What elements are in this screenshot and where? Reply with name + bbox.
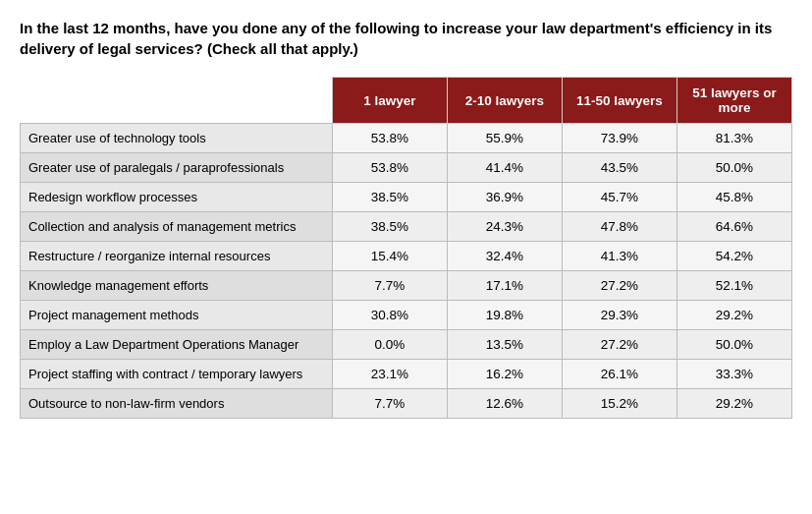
value-cell: 16.2% (447, 360, 562, 389)
col-header-1lawyer: 1 lawyer (332, 78, 447, 124)
value-cell: 32.4% (447, 242, 562, 271)
value-cell: 54.2% (677, 242, 791, 271)
survey-question: In the last 12 months, have you done any… (20, 18, 792, 59)
table-row: Project staffing with contract / tempora… (21, 360, 792, 389)
row-label: Project staffing with contract / tempora… (21, 360, 333, 389)
value-cell: 7.7% (332, 389, 447, 419)
value-cell: 64.6% (677, 212, 791, 242)
value-cell: 73.9% (562, 124, 677, 153)
value-cell: 41.3% (562, 242, 677, 271)
value-cell: 26.1% (562, 360, 677, 389)
table-row: Project management methods30.8%19.8%29.3… (21, 301, 792, 330)
value-cell: 29.2% (677, 389, 791, 419)
value-cell: 41.4% (447, 153, 562, 183)
value-cell: 38.5% (332, 212, 447, 242)
col-header-11-50: 11-50 lawyers (562, 78, 677, 124)
table-row: Employ a Law Department Operations Manag… (21, 330, 792, 360)
value-cell: 15.2% (562, 389, 677, 419)
value-cell: 38.5% (332, 183, 447, 212)
value-cell: 27.2% (562, 330, 677, 360)
table-row: Greater use of technology tools53.8%55.9… (21, 124, 792, 153)
table-row: Redesign workflow processes38.5%36.9%45.… (21, 183, 792, 212)
value-cell: 36.9% (447, 183, 562, 212)
value-cell: 29.2% (677, 301, 791, 330)
row-label: Redesign workflow processes (21, 183, 333, 212)
row-label: Project management methods (21, 301, 333, 330)
value-cell: 15.4% (332, 242, 447, 271)
value-cell: 27.2% (562, 271, 677, 301)
value-cell: 33.3% (677, 360, 791, 389)
row-label: Employ a Law Department Operations Manag… (21, 330, 333, 360)
value-cell: 29.3% (562, 301, 677, 330)
table-row: Restructure / reorganize internal resour… (21, 242, 792, 271)
table-row: Knowledge management efforts7.7%17.1%27.… (21, 271, 792, 301)
col-header-2-10: 2-10 lawyers (447, 78, 562, 124)
value-cell: 0.0% (332, 330, 447, 360)
col-header-51plus: 51 lawyers or more (677, 78, 791, 124)
value-cell: 55.9% (447, 124, 562, 153)
value-cell: 23.1% (332, 360, 447, 389)
value-cell: 52.1% (677, 271, 791, 301)
row-label: Knowledge management efforts (21, 271, 333, 301)
value-cell: 53.8% (332, 124, 447, 153)
value-cell: 50.0% (677, 153, 791, 183)
value-cell: 81.3% (677, 124, 791, 153)
row-label: Greater use of paralegals / paraprofessi… (21, 153, 333, 183)
value-cell: 47.8% (562, 212, 677, 242)
table-row: Greater use of paralegals / paraprofessi… (21, 153, 792, 183)
value-cell: 19.8% (447, 301, 562, 330)
value-cell: 50.0% (677, 330, 791, 360)
value-cell: 7.7% (332, 271, 447, 301)
row-label: Restructure / reorganize internal resour… (21, 242, 333, 271)
table-row: Outsource to non-law-firm vendors7.7%12.… (21, 389, 792, 419)
value-cell: 24.3% (447, 212, 562, 242)
value-cell: 45.8% (677, 183, 791, 212)
data-table: 1 lawyer 2-10 lawyers 11-50 lawyers 51 l… (20, 77, 792, 419)
row-label: Greater use of technology tools (21, 124, 333, 153)
value-cell: 43.5% (562, 153, 677, 183)
value-cell: 12.6% (447, 389, 562, 419)
value-cell: 13.5% (447, 330, 562, 360)
table-row: Collection and analysis of management me… (21, 212, 792, 242)
row-label: Collection and analysis of management me… (21, 212, 333, 242)
col-header-label (21, 78, 333, 124)
value-cell: 53.8% (332, 153, 447, 183)
value-cell: 17.1% (447, 271, 562, 301)
value-cell: 45.7% (562, 183, 677, 212)
value-cell: 30.8% (332, 301, 447, 330)
row-label: Outsource to non-law-firm vendors (21, 389, 333, 419)
